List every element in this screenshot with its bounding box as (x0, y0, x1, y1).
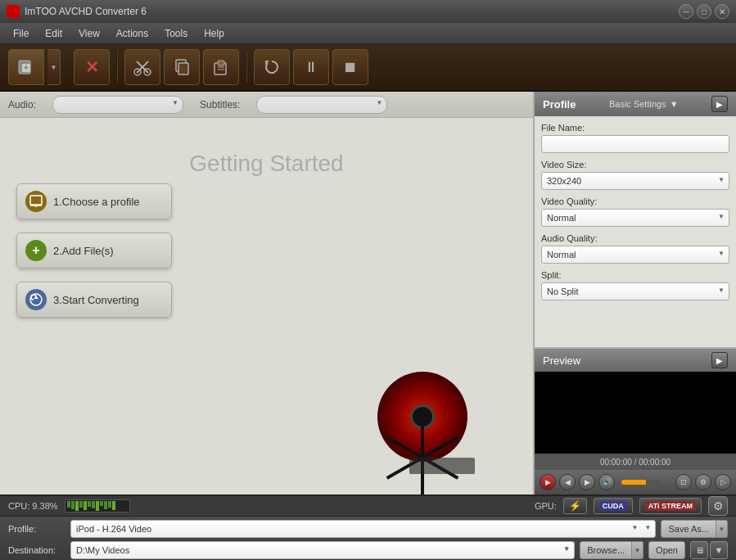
dest-icon-monitor[interactable]: 🖥 (690, 541, 708, 559)
cut-button[interactable] (124, 49, 160, 85)
split-label: Split: (541, 270, 729, 280)
profile-row-select[interactable]: iPod - H.264 Video MP4 Video AVI Video W… (70, 520, 656, 538)
refresh-button[interactable] (254, 49, 290, 85)
cpu-seg-6 (88, 501, 91, 507)
svg-text:+: + (24, 63, 29, 72)
preview-header: Preview ▶ (535, 349, 736, 372)
steps-panel: 1.Choose a profile + 2.Add File(s) 3.Sta… (16, 183, 172, 318)
bottom-bar: CPU: 9.38% GPU: ⚡ CUDA (0, 495, 736, 560)
destination-select-wrap: D:\My Videos ▼ (70, 541, 575, 559)
profile-row: Profile: iPod - H.264 Video MP4 Video AV… (8, 520, 728, 538)
cpu-seg-4 (79, 501, 83, 508)
left-panel: Audio: Subtitles: Getting Started (0, 92, 533, 495)
split-field: Split: No Split By Size By Time (541, 270, 729, 300)
audio-quality-field: Audio Quality: Normal Low High Super Hig… (541, 233, 729, 264)
browse-dropdown-button[interactable]: ▼ (632, 541, 643, 559)
reel-film-strip (409, 458, 475, 474)
split-select[interactable]: No Split By Size By Time (541, 282, 729, 300)
subtitles-select[interactable] (256, 96, 387, 114)
volume-button[interactable]: 🔊 (598, 474, 615, 490)
next-button[interactable]: ▶ (579, 474, 595, 490)
gpu-settings-button[interactable]: ⚙ (708, 496, 728, 516)
reel-outer (377, 372, 467, 462)
stop-button[interactable]: ⏹ (332, 49, 368, 85)
minimize-button[interactable]: ─ (679, 4, 693, 19)
split-select-wrap: No Split By Size By Time (541, 282, 729, 300)
preview-time: 00:00:00 / 00:00:00 (535, 454, 736, 470)
menu-edit[interactable]: Edit (37, 25, 70, 42)
reel-spoke-1 (421, 417, 424, 458)
volume-slider[interactable] (621, 480, 662, 485)
settings-chevron-icon: ▼ (670, 99, 679, 109)
svg-rect-8 (178, 63, 188, 75)
add-files-button[interactable]: + 2.Add File(s) (16, 233, 172, 269)
toolbar: + ▼ ✕ ⏸ (0, 44, 736, 92)
cuda-button[interactable]: CUDA (594, 498, 633, 514)
open-button[interactable]: Open (648, 541, 685, 559)
profile-settings-scroll[interactable]: File Name: Video Size: 320x240 640x480 7… (535, 116, 736, 347)
preview-time-display: 00:00:00 / 00:00:00 (600, 458, 671, 467)
profile-dest-bar: Profile: iPod - H.264 Video MP4 Video AV… (0, 517, 736, 560)
restore-button[interactable]: □ (697, 4, 711, 19)
stream-button[interactable]: ATi STREAM (639, 498, 702, 514)
media-bar: Audio: Subtitles: (0, 92, 533, 118)
audio-quality-label: Audio Quality: (541, 233, 729, 243)
settings2-button[interactable]: ⚙ (695, 474, 711, 490)
choose-profile-button[interactable]: 1.Choose a profile (16, 183, 172, 219)
audio-select[interactable] (52, 96, 183, 114)
getting-started-area: Getting Started 1.Choose a profile + 2.A… (0, 118, 533, 495)
choose-profile-label: 1.Choose a profile (53, 196, 140, 208)
cpu-gpu-bar: CPU: 9.38% GPU: ⚡ CUDA (0, 496, 736, 517)
app-icon (7, 5, 20, 18)
close-button[interactable]: ✕ (715, 4, 729, 19)
save-as-dropdown-button[interactable]: ▼ (716, 520, 728, 538)
save-as-button[interactable]: Save As... (661, 520, 716, 538)
video-size-label: Video Size: (541, 160, 729, 169)
video-size-field: Video Size: 320x240 640x480 720x480 1280… (541, 160, 729, 190)
save-as-wrap: Save As... ▼ (661, 520, 728, 538)
main-area: Audio: Subtitles: Getting Started (0, 92, 736, 495)
stream-badge: ATi STREAM (645, 501, 696, 511)
video-quality-select[interactable]: Normal Low High Super High (541, 209, 729, 227)
file-name-input[interactable] (541, 135, 729, 153)
profile-header: Profile Basic Settings ▼ ▶ (535, 92, 736, 116)
destination-select[interactable]: D:\My Videos (70, 541, 575, 559)
gpu-icon-button[interactable]: ⚡ (563, 498, 587, 514)
video-size-select[interactable]: 320x240 640x480 720x480 1280x720 1920x10… (541, 172, 729, 190)
dest-icon-dropdown[interactable]: ▼ (710, 541, 728, 559)
cpu-seg-5 (84, 501, 87, 510)
cpu-label: CPU: 9.38% (8, 501, 58, 511)
toolbar-separator-1 (116, 52, 118, 82)
prev-button[interactable]: ◀ (559, 474, 576, 490)
menu-tools[interactable]: Tools (156, 25, 196, 42)
menu-help[interactable]: Help (196, 25, 233, 42)
preview-expand-button[interactable]: ▶ (711, 352, 728, 368)
cpu-seg-9 (100, 501, 103, 506)
add-dropdown-button[interactable]: ▼ (47, 49, 61, 85)
profile-row-select-wrap: iPod - H.264 Video MP4 Video AVI Video W… (70, 520, 656, 538)
copy-button[interactable] (164, 49, 200, 85)
browse-button[interactable]: Browse... (580, 541, 632, 559)
film-reel-decoration (377, 372, 467, 462)
cpu-seg-10 (104, 501, 107, 509)
audio-quality-select[interactable]: Normal Low High Super High (541, 246, 729, 264)
subtitles-label: Subtitles: (200, 99, 240, 111)
pause-button[interactable]: ⏸ (293, 49, 329, 85)
delete-button[interactable]: ✕ (74, 49, 110, 85)
expand-right-button[interactable]: ▶ (711, 96, 728, 112)
basic-settings-button[interactable]: Basic Settings ▼ (609, 99, 679, 109)
right-panel: Profile Basic Settings ▼ ▶ File Name: Vi… (533, 92, 736, 495)
menu-file[interactable]: File (5, 25, 37, 42)
paste-button[interactable] (203, 49, 239, 85)
toolbar-separator-2 (246, 52, 247, 82)
add-file-button[interactable]: + (8, 49, 44, 85)
fullscreen-button[interactable]: ▷ (715, 474, 731, 490)
app-title: ImTOO AVCHD Converter 6 (25, 6, 679, 17)
title-bar: ImTOO AVCHD Converter 6 ─ □ ✕ (0, 0, 736, 23)
menu-actions[interactable]: Actions (108, 25, 156, 42)
screenshot-button[interactable]: ⊡ (675, 474, 692, 490)
play-button[interactable]: ▶ (540, 474, 556, 490)
menu-view[interactable]: View (70, 25, 108, 42)
preview-controls: ▶ ◀ ▶ 🔊 ⊡ ⚙ ▷ (535, 470, 736, 495)
start-converting-button[interactable]: 3.Start Converting (16, 282, 172, 318)
